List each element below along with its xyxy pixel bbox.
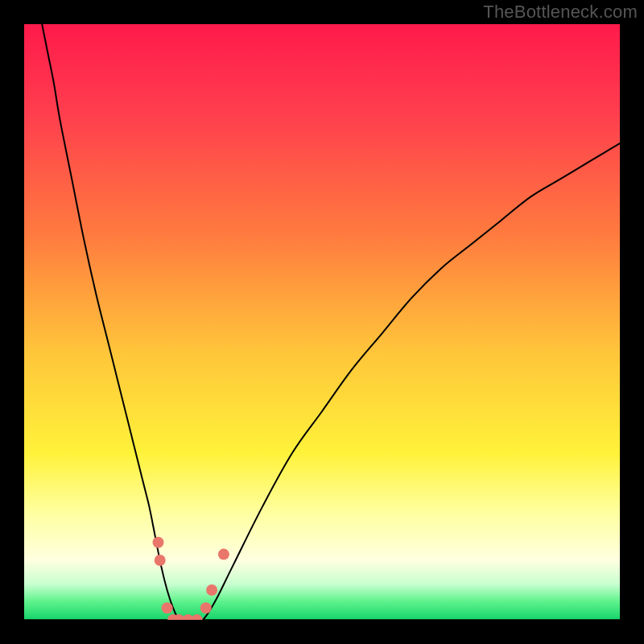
data-marker: [218, 549, 229, 560]
plot-area: [24, 24, 620, 620]
chart-frame: TheBottleneck.com: [0, 0, 644, 644]
data-marker: [200, 602, 212, 613]
data-marker: [155, 555, 166, 566]
chart-svg: [24, 24, 620, 620]
data-marker: [206, 584, 217, 596]
watermark-text: TheBottleneck.com: [483, 2, 638, 23]
data-marker: [153, 537, 164, 548]
data-marker: [162, 602, 173, 613]
gradient-background: [24, 24, 620, 620]
